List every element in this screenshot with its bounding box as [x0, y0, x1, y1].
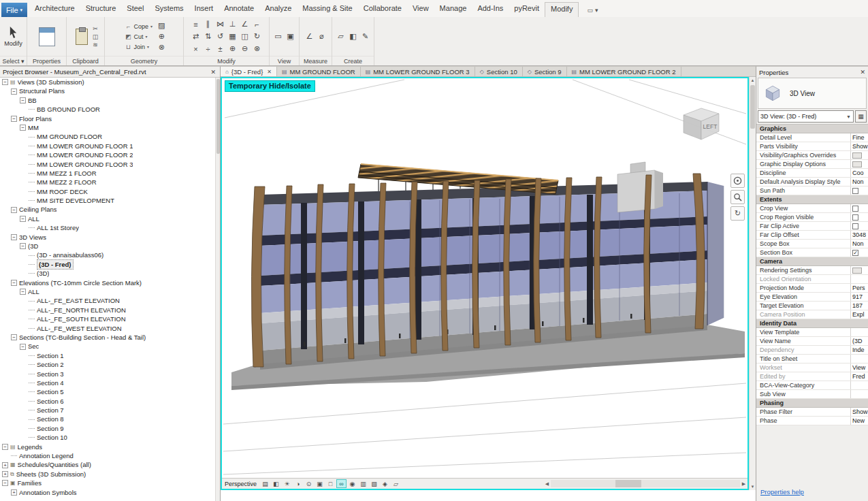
tree-item-mm-roof-deck[interactable]: MM ROOF DECK: [0, 187, 215, 196]
property-row-dependency[interactable]: DependencyInde: [756, 346, 868, 355]
collapse-icon[interactable]: −: [11, 234, 17, 240]
visual-style-icon[interactable]: ◧: [271, 479, 281, 488]
drawing-area[interactable]: Temporary Hide/Isolate LEFT ↻ Perspectiv…: [221, 77, 749, 490]
offset-icon[interactable]: ∥: [202, 18, 214, 30]
scroll-up-icon[interactable]: ▲: [750, 77, 756, 84]
property-row-detail-level[interactable]: Detail LevelFine: [756, 133, 868, 142]
expand-icon[interactable]: +: [11, 489, 17, 496]
collapse-icon[interactable]: −: [20, 344, 26, 350]
checkbox-icon[interactable]: ✓: [852, 250, 858, 256]
ribbon-tab-modify[interactable]: Modify: [545, 2, 579, 17]
displace-elements-icon[interactable]: ◈: [380, 479, 390, 488]
property-row-projection-mode[interactable]: Projection ModePers: [756, 284, 868, 293]
property-value[interactable]: 3048: [850, 231, 868, 239]
create-assembly-icon[interactable]: ✎: [359, 31, 371, 42]
3d-model-canvas[interactable]: [222, 78, 748, 489]
collapse-icon[interactable]: −: [20, 125, 26, 131]
tree-item-section-4[interactable]: Section 4: [0, 378, 215, 387]
tree-item-ceiling-plans[interactable]: −Ceiling Plans: [0, 205, 215, 214]
tree-item-mm-site-development[interactable]: MM SITE DEVELOPMENT: [0, 196, 215, 205]
crop-region-visible-icon[interactable]: □: [325, 479, 336, 488]
rotate-icon[interactable]: ↺: [214, 31, 226, 42]
scroll-left-icon[interactable]: ◀: [543, 481, 551, 487]
tree-item-all-fe-east-elevation[interactable]: ALL-_FE_EAST ELEVATION: [0, 296, 215, 305]
tree-item-mm-mezz-1-floor[interactable]: MM MEZZ 1 FLOOR: [0, 169, 215, 178]
tree-item-3d[interactable]: (3D): [0, 269, 215, 278]
scroll-down-icon[interactable]: ▼: [750, 483, 756, 490]
tree-item-all[interactable]: −ALL: [0, 287, 215, 296]
tree-item-legends[interactable]: −▤Legends: [0, 442, 215, 451]
array-icon[interactable]: ▦: [227, 31, 238, 42]
ribbon-tab-annotate[interactable]: Annotate: [219, 2, 259, 17]
property-row-bca-view-category[interactable]: BCA-View-Category: [756, 381, 868, 390]
property-row-phase-filter[interactable]: Phase FilterShow: [756, 408, 868, 417]
property-value[interactable]: ✓: [850, 248, 868, 257]
property-row-discipline[interactable]: DisciplineCoo: [756, 169, 868, 178]
collapse-icon[interactable]: −: [11, 280, 17, 286]
tree-item-views-3d-submission[interactable]: −▤Views (3D Submission): [0, 78, 215, 86]
select-panel-label[interactable]: Select ▾: [0, 56, 27, 65]
ribbon-options[interactable]: ▭ ▾: [583, 7, 602, 17]
tree-item-mm-ground-floor[interactable]: MM GROUND FLOOR: [0, 132, 215, 141]
linework-icon[interactable]: ▣: [285, 31, 296, 42]
move-icon[interactable]: ⇄: [190, 31, 202, 42]
property-row-title-on-sheet[interactable]: Title on Sheet: [756, 355, 868, 363]
match-type-icon[interactable]: ≋: [93, 42, 99, 48]
mirror-draw-axis-icon[interactable]: ⊥: [227, 18, 238, 30]
property-value[interactable]: [850, 328, 868, 336]
tree-item-annotation-legend[interactable]: Annotation Legend: [0, 451, 215, 460]
property-row-locked-orientation[interactable]: Locked Orientation: [756, 275, 868, 284]
scale-icon[interactable]: ◫: [239, 31, 251, 42]
collapse-icon[interactable]: −: [2, 79, 8, 85]
tree-item-3d-fred[interactable]: (3D - Fred): [0, 260, 215, 269]
property-row-parts-visibility[interactable]: Parts VisibilityShow: [756, 142, 868, 151]
ribbon-tab-collaborate[interactable]: Collaborate: [358, 2, 407, 17]
horizontal-scrollbar[interactable]: ◀ ▶: [543, 479, 748, 488]
view-tab-3d-fred[interactable]: ⌂{3D - Fred}✕: [221, 67, 277, 76]
tree-item-section-7[interactable]: Section 7: [0, 406, 215, 415]
tree-item-section-6[interactable]: Section 6: [0, 397, 215, 406]
property-value[interactable]: [850, 187, 868, 195]
create-similar-icon[interactable]: ◧: [347, 31, 359, 42]
tree-item-mm-lower-ground-floor-1[interactable]: MM LOWER GROUND FLOOR 1: [0, 142, 215, 150]
tree-item-section-5[interactable]: Section 5: [0, 387, 215, 396]
measure-between-refs-icon[interactable]: ∠: [304, 31, 315, 42]
tree-item-schedules-quantities-all[interactable]: +▦Schedules/Quantities (all): [0, 460, 215, 469]
property-row-phase[interactable]: PhaseNew: [756, 417, 868, 425]
property-row-camera-position[interactable]: Camera PositionExpl: [756, 310, 868, 319]
property-value[interactable]: [850, 160, 868, 168]
view-tab-mm-ground-floor[interactable]: ▤MM GROUND FLOOR: [277, 67, 361, 76]
tree-item-elevations-tc-10mm-circle-section-mark[interactable]: −Elevations (TC-10mm Circle Section Mark…: [0, 278, 215, 287]
properties-help-link[interactable]: Properties help: [760, 488, 804, 496]
geometry-cut-button[interactable]: ◩Cut▾: [123, 32, 156, 42]
paint-icon[interactable]: ▨: [157, 20, 165, 31]
copy-icon[interactable]: ⇅: [202, 31, 214, 42]
tree-item-section-9[interactable]: Section 9: [0, 424, 215, 433]
unjoin-icon[interactable]: ⊖: [239, 43, 251, 54]
property-row-view-template[interactable]: View Template: [756, 328, 868, 337]
type-selector-card[interactable]: 3D View: [758, 78, 867, 109]
collapse-icon[interactable]: −: [2, 480, 8, 486]
collapse-icon[interactable]: −: [20, 97, 26, 103]
view-tab-mm-lower-ground-floor-2[interactable]: ▤MM LOWER GROUND FLOOR 2: [567, 67, 681, 76]
tree-item-3d-annaisabulass06[interactable]: (3D - annaisabulass06): [0, 251, 215, 259]
ribbon-tab-insert[interactable]: Insert: [189, 2, 219, 17]
scrollbar-track[interactable]: [551, 480, 740, 487]
collapse-icon[interactable]: −: [20, 289, 26, 295]
property-value[interactable]: Fred: [850, 372, 868, 381]
property-value[interactable]: [850, 204, 868, 212]
tree-item-bb[interactable]: −BB: [0, 96, 215, 105]
view-tab-section-9[interactable]: ◇Section 9: [523, 67, 567, 76]
copy-to-clipboard-icon[interactable]: ◫: [93, 33, 99, 40]
shadows-icon[interactable]: ◑: [293, 479, 303, 488]
tree-item-3d[interactable]: −(3D: [0, 242, 215, 251]
vertical-scrollbar[interactable]: ▲ ▼: [749, 77, 756, 490]
property-row-edited-by[interactable]: Edited byFred: [756, 372, 868, 381]
property-row-far-clip-active[interactable]: Far Clip Active: [756, 222, 868, 231]
rendering-dialog-icon[interactable]: ⊙: [304, 479, 314, 488]
view-tab-mm-lower-ground-floor-3[interactable]: ▤MM LOWER GROUND FLOOR 3: [361, 67, 475, 76]
property-value[interactable]: View: [850, 363, 868, 372]
scroll-right-icon[interactable]: ▶: [740, 481, 748, 487]
checkbox-icon[interactable]: [852, 206, 858, 212]
property-value[interactable]: [850, 213, 868, 221]
